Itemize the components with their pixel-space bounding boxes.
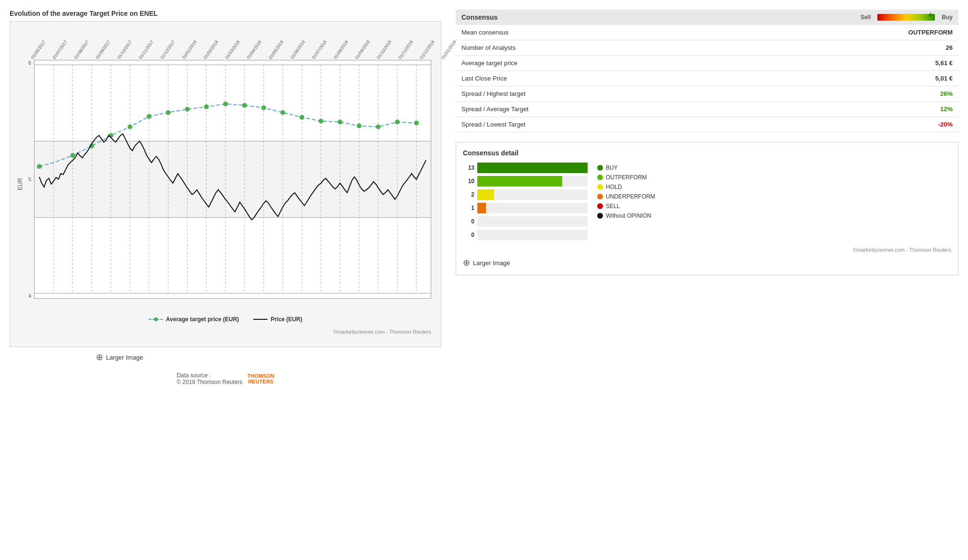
x-label-2: 01/07/2017 [52, 39, 68, 60]
svg-point-42 [376, 125, 381, 129]
mean-consensus-value: OUTPERFORM [749, 25, 958, 40]
consensus-scale: Sell Buy [861, 14, 953, 21]
spread-avg-value: 12% [749, 102, 958, 117]
consensus-header-label: Consensus [461, 13, 497, 21]
consensus-table: Consensus Sell Buy [456, 10, 958, 132]
bar-fill-outperform [477, 176, 562, 187]
detail-larger-image-link[interactable]: ⊕ Larger Image [463, 257, 951, 268]
x-label-7: 01/12/2017 [160, 39, 176, 60]
gradient-bar [877, 14, 935, 21]
chart-inner [34, 60, 431, 299]
legend-text-sell: SELL [606, 203, 620, 210]
table-row-mean-consensus: Mean consensus OUTPERFORM [456, 25, 958, 40]
x-label-14: 01/07/2018 [311, 39, 327, 60]
chart-svg [35, 60, 431, 298]
x-label-18: 01/11/2018 [398, 39, 414, 60]
chart-watermark: ©marketscreener.com - Thomson Reuters [333, 329, 431, 335]
svg-point-44 [414, 121, 419, 126]
x-label-17: 01/10/2018 [376, 39, 392, 60]
data-source: Data source : © 2018 Thomson Reuters THO… [10, 372, 441, 385]
mean-consensus-label: Mean consensus [456, 25, 749, 40]
main-container: Evolution of the average Target Price on… [10, 10, 958, 385]
legend-text-outperform: OUTPERFORM [606, 174, 647, 181]
analysts-label: Number of Analysts [456, 40, 749, 56]
legend-entry-buy: BUY [597, 164, 655, 171]
bar-label-sell: 0 [463, 218, 474, 225]
logo-line1: THOMSON [248, 373, 274, 379]
bar-container-hold [477, 189, 588, 200]
y-label-5: 5 [28, 176, 31, 182]
chart-larger-image-label: Larger Image [106, 354, 143, 361]
table-row-spread-avg: Spread / Average Target 12% [456, 102, 958, 117]
bar-fill-underperform [477, 203, 486, 213]
legend-circle-buy [597, 165, 603, 171]
bar-label-underperform: 1 [463, 205, 474, 211]
x-label-11: 01/04/2018 [246, 39, 262, 60]
svg-point-34 [223, 102, 228, 106]
chart-legend: Average target price (EUR) Price (EUR) [149, 316, 302, 323]
chart-larger-image-link[interactable]: ⊕ Larger Image [96, 352, 441, 362]
bar-fill-buy [477, 163, 588, 173]
svg-point-40 [338, 120, 342, 125]
svg-point-43 [395, 120, 400, 125]
legend-avg-label: Average target price (EUR) [166, 316, 239, 323]
bar-container-sell [477, 216, 588, 227]
spread-avg-label: Spread / Average Target [456, 102, 749, 117]
bar-label-hold: 2 [463, 191, 474, 198]
svg-point-39 [319, 119, 323, 124]
legend-circle-underperform [597, 194, 603, 199]
x-label-1: 01/06/2017 [30, 39, 47, 60]
bar-container-no-opinion [477, 230, 588, 240]
legend-green-dot [154, 317, 158, 321]
bar-row-sell: 0 [463, 216, 588, 227]
svg-rect-0 [35, 141, 431, 217]
consensus-detail-box: Consensus detail 13 10 [456, 142, 958, 275]
svg-point-30 [147, 114, 152, 119]
table-row-last-close: Last Close Price 5,01 € [456, 71, 958, 86]
sell-label: Sell [861, 14, 871, 21]
bar-fill-hold [477, 189, 494, 200]
bar-row-underperform: 1 [463, 203, 588, 213]
legend-circle-outperform [597, 175, 603, 180]
spread-highest-label: Spread / Highest target [456, 86, 749, 102]
bar-container-outperform [477, 176, 588, 187]
bar-row-outperform: 10 [463, 176, 588, 187]
svg-point-33 [204, 105, 209, 109]
spread-lowest-value: -20% [749, 117, 958, 132]
avg-target-value: 5,61 € [749, 56, 958, 71]
svg-point-35 [242, 103, 247, 108]
legend-entry-outperform: OUTPERFORM [597, 174, 655, 181]
data-source-line1: Data source : [177, 372, 242, 379]
thomson-reuters-logo: THOMSON REUTERS [248, 373, 274, 385]
table-row-spread-highest: Spread / Highest target 26% [456, 86, 958, 102]
svg-point-36 [261, 105, 266, 110]
legend-price-label: Price (EUR) [271, 316, 302, 323]
x-label-5: 01/10/2017 [117, 39, 133, 60]
bar-row-hold: 2 [463, 189, 588, 200]
bar-container-buy [477, 163, 588, 173]
detail-legend-section: BUY OUTPERFORM HOLD UNDERPERFORM [597, 163, 655, 243]
bar-label-outperform: 10 [463, 178, 474, 185]
legend-price: Price (EUR) [253, 316, 302, 323]
detail-watermark: ©marketscreener.com - Thomson Reuters [463, 247, 951, 253]
legend-text-buy: BUY [606, 164, 618, 171]
svg-point-38 [299, 115, 304, 120]
svg-point-32 [185, 107, 189, 112]
x-label-6: 01/11/2017 [138, 39, 154, 60]
right-panel: Consensus Sell Buy [456, 10, 958, 275]
legend-avg-target: Average target price (EUR) [149, 316, 239, 323]
legend-text-no-opinion: Without OPINION [606, 212, 651, 219]
x-label-19: 01/12/2018 [419, 39, 436, 60]
legend-entry-underperform: UNDERPERFORM [597, 193, 655, 200]
legend-entry-no-opinion: Without OPINION [597, 212, 655, 219]
bars-section: 13 10 2 [463, 163, 588, 243]
x-label-12: 01/05/2018 [268, 39, 284, 60]
svg-point-25 [37, 164, 42, 169]
consensus-detail-title: Consensus detail [463, 149, 951, 157]
analysts-value: 26 [749, 40, 958, 56]
chart-wrapper: EUR 6 5 4 [10, 21, 441, 347]
zoom-in-icon: ⊕ [96, 352, 103, 362]
x-label-20: 01/01/2019 [441, 39, 457, 60]
table-row-avg-target: Average target price 5,61 € [456, 56, 958, 71]
x-label-9: 01/02/2018 [203, 39, 219, 60]
